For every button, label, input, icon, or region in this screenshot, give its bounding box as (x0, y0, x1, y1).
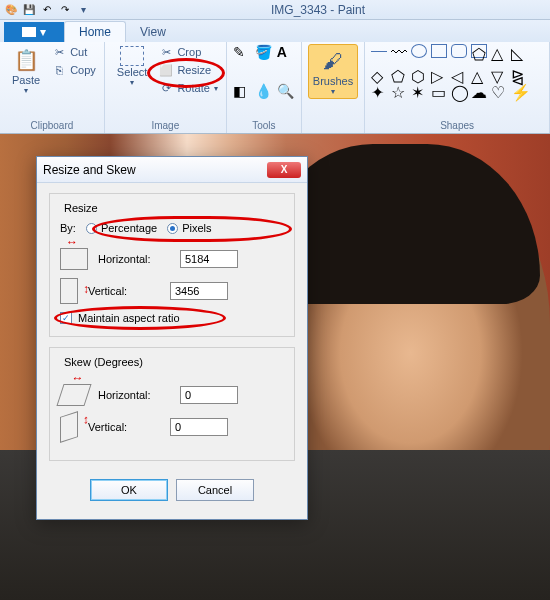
radio-pixels-dot (167, 223, 178, 234)
shape-callout-oval[interactable]: ◯ (451, 83, 467, 97)
cut-label: Cut (70, 46, 87, 58)
shape-arrow-r[interactable]: ▷ (431, 67, 447, 81)
shape-cloud[interactable]: ☁ (471, 83, 487, 97)
pencil-icon[interactable]: ✎ (233, 44, 251, 60)
paste-label: Paste (12, 74, 40, 86)
eraser-icon[interactable]: ◧ (233, 83, 251, 99)
group-shapes: 〰⬠△◺ ◇⬠⬡▷◁△▽⧎ ✦☆✶▭◯☁♡⚡ Shapes (365, 42, 550, 133)
shape-curve[interactable]: 〰 (391, 44, 407, 58)
radio-pixels[interactable]: Pixels (167, 222, 211, 234)
paste-icon: 📋 (12, 46, 40, 74)
dialog-titlebar[interactable]: Resize and Skew X (37, 157, 307, 183)
save-icon[interactable]: 💾 (22, 3, 36, 17)
skew-v-label: Vertical: (88, 421, 160, 433)
file-tab[interactable]: ▾ (4, 22, 64, 42)
horizontal-box-icon (60, 248, 88, 270)
shape-arrow-u[interactable]: △ (471, 67, 487, 81)
cut-button[interactable]: ✂Cut (50, 44, 98, 60)
picker-icon[interactable]: 💧 (255, 83, 273, 99)
group-label-image: Image (111, 118, 220, 131)
skew-v-input[interactable] (170, 418, 228, 436)
shape-diamond[interactable]: ◇ (371, 67, 387, 81)
select-label: Select (117, 66, 148, 78)
resize-button[interactable]: ⬜Resize (157, 62, 219, 78)
shape-heart[interactable]: ♡ (491, 83, 507, 97)
shape-rtri[interactable]: ◺ (511, 44, 527, 58)
shape-more1[interactable]: ⧎ (511, 67, 527, 81)
copy-icon: ⎘ (52, 63, 66, 77)
redo-icon[interactable]: ↷ (58, 3, 72, 17)
paste-button[interactable]: 📋Paste▾ (6, 44, 46, 97)
percentage-label: Percentage (101, 222, 157, 234)
magnifier-icon[interactable]: 🔍 (277, 83, 295, 99)
group-label-shapes: Shapes (371, 118, 543, 131)
rotate-label: Rotate (177, 82, 209, 94)
shape-rect[interactable] (431, 44, 447, 58)
horizontal-label: Horizontal: (98, 253, 170, 265)
undo-icon[interactable]: ↶ (40, 3, 54, 17)
skew-h-icon (56, 384, 91, 406)
by-label: By: (60, 222, 76, 234)
group-tools: ✎ 🪣 A ◧ 💧 🔍 Tools (227, 42, 302, 133)
shape-callout-rect[interactable]: ▭ (431, 83, 447, 97)
aspect-label: Maintain aspect ratio (78, 312, 180, 324)
shape-oval[interactable] (411, 44, 427, 58)
crop-button[interactable]: ✂Crop (157, 44, 219, 60)
ok-button[interactable]: OK (90, 479, 168, 501)
crop-icon: ✂ (159, 45, 173, 59)
shape-roundrect[interactable] (451, 44, 467, 58)
skew-v-icon (60, 411, 78, 443)
skew-fieldset: Skew (Degrees) Horizontal: Vertical: (49, 347, 295, 461)
copy-button[interactable]: ⎘Copy (50, 62, 98, 78)
title-bar: 🎨 💾 ↶ ↷ ▾ IMG_3343 - Paint (0, 0, 550, 20)
group-label-tools: Tools (233, 118, 295, 131)
dialog-title: Resize and Skew (43, 163, 136, 177)
brushes-button[interactable]: 🖌Brushes▾ (308, 44, 358, 99)
select-button[interactable]: Select▾ (111, 44, 154, 89)
shape-bolt[interactable]: ⚡ (511, 83, 527, 97)
shape-hex[interactable]: ⬡ (411, 67, 427, 81)
group-label-clipboard: Clipboard (6, 118, 98, 131)
select-icon (120, 46, 144, 66)
resize-fieldset: Resize By: Percentage Pixels Horizontal:… (49, 193, 295, 337)
vertical-input[interactable] (170, 282, 228, 300)
tab-home[interactable]: Home (64, 21, 126, 42)
shape-star6[interactable]: ✶ (411, 83, 427, 97)
shape-poly[interactable]: ⬠ (471, 44, 487, 58)
shape-star5[interactable]: ☆ (391, 83, 407, 97)
shape-arrow-d[interactable]: ▽ (491, 67, 507, 81)
fill-icon[interactable]: 🪣 (255, 44, 273, 60)
ribbon: 📋Paste▾ ✂Cut ⎘Copy Clipboard Select▾ ✂Cr… (0, 42, 550, 134)
close-button[interactable]: X (267, 162, 301, 178)
crop-label: Crop (177, 46, 201, 58)
resize-skew-dialog: Resize and Skew X Resize By: Percentage … (36, 156, 308, 520)
copy-label: Copy (70, 64, 96, 76)
aspect-checkbox[interactable]: ✓ (60, 312, 72, 324)
brush-icon: 🖌 (319, 47, 347, 75)
shape-line[interactable] (371, 51, 387, 65)
vertical-label: Vertical: (88, 285, 160, 297)
radio-percentage[interactable]: Percentage (86, 222, 157, 234)
text-icon[interactable]: A (277, 44, 295, 60)
cancel-button[interactable]: Cancel (176, 479, 254, 501)
window-title: IMG_3343 - Paint (90, 3, 546, 17)
skew-h-input[interactable] (180, 386, 238, 404)
shape-tri[interactable]: △ (491, 44, 507, 58)
resize-icon: ⬜ (159, 63, 173, 77)
group-clipboard: 📋Paste▾ ✂Cut ⎘Copy Clipboard (0, 42, 105, 133)
skew-legend: Skew (Degrees) (60, 356, 147, 368)
rotate-button[interactable]: ⟳Rotate▾ (157, 80, 219, 96)
shape-pent[interactable]: ⬠ (391, 67, 407, 81)
qat-dropdown-icon[interactable]: ▾ (76, 3, 90, 17)
resize-legend: Resize (60, 202, 102, 214)
shape-star4[interactable]: ✦ (371, 83, 387, 97)
horizontal-input[interactable] (180, 250, 238, 268)
group-brushes: 🖌Brushes▾ (302, 42, 365, 133)
shape-arrow-l[interactable]: ◁ (451, 67, 467, 81)
brushes-label: Brushes (313, 75, 353, 87)
radio-percentage-dot (86, 223, 97, 234)
vertical-box-icon (60, 278, 78, 304)
tab-view[interactable]: View (126, 22, 180, 42)
cut-icon: ✂ (52, 45, 66, 59)
app-icon: 🎨 (4, 3, 18, 17)
